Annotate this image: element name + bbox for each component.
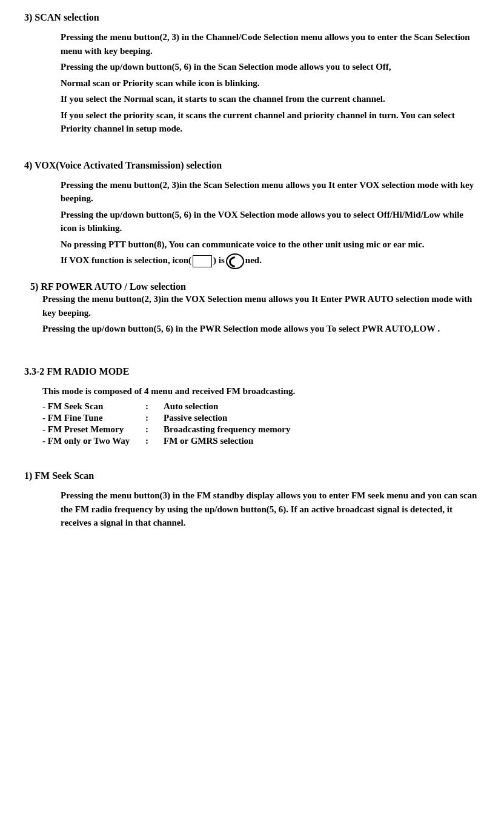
fm-intro: This mode is composed of 4 menu and rece…: [42, 384, 480, 398]
rf-para-2: Pressing the up/down button(5, 6) in the…: [42, 322, 480, 336]
fm-item2-label: - FM Fine Tune: [42, 413, 139, 423]
scan-para-3: Normal scan or Priority scan while icon …: [61, 76, 480, 90]
scan-para-1: Pressing the menu button(2, 3) in the Ch…: [61, 30, 480, 58]
scan-para-4: If you select the Normal scan, it starts…: [61, 92, 480, 106]
scan-body: Pressing the menu button(2, 3) in the Ch…: [61, 30, 480, 136]
fm-item1-value: Auto selection: [164, 401, 218, 412]
fm-item1-label: - FM Seek Scan: [42, 401, 139, 412]
fm-list-item-3: - FM Preset Memory : Broadcasting freque…: [42, 424, 480, 435]
rf-para-1: Pressing the menu button(2, 3)in the VOX…: [42, 292, 480, 320]
fm-seek-para-1: Pressing the menu button(3) in the FM st…: [61, 489, 480, 530]
fm-list-item-2: - FM Fine Tune : Passive selection: [42, 413, 480, 423]
fm-item4-label: - FM only or Two Way: [42, 436, 139, 446]
fm-item1-colon: :: [145, 401, 158, 412]
section-scan: 3) SCAN selection Pressing the menu butt…: [24, 12, 480, 136]
fm-item3-value: Broadcasting frequency memory: [164, 424, 290, 435]
rf-heading-container: 5) RF POWER AUTO / Low selection: [30, 281, 480, 292]
section-fm-radio: 3.3-2 FM RADIO MODE This mode is compose…: [24, 366, 480, 447]
fm-seek-heading: 1) FM Seek Scan: [24, 470, 480, 481]
vox-para-3: No pressing PTT button(8), You can commu…: [61, 238, 480, 252]
fm-item3-colon: :: [145, 424, 158, 435]
scan-heading: 3) SCAN selection: [24, 12, 480, 23]
section-fm-seek-scan: 1) FM Seek Scan Pressing the menu button…: [24, 470, 480, 530]
rf-body: Pressing the menu button(2, 3)in the VOX…: [42, 292, 480, 336]
section-vox: 4) VOX(Voice Activated Transmission) sel…: [24, 160, 480, 270]
vox-para-2: Pressing the up/down button(5, 6) in the…: [61, 208, 480, 235]
rf-heading: 5) RF POWER AUTO / Low selection: [30, 281, 186, 292]
scan-para-2: Pressing the up/down button(5, 6) in the…: [61, 60, 480, 74]
vox-para-4: If VOX function is selection, icon() is …: [61, 253, 480, 269]
fm-item4-colon: :: [145, 436, 158, 446]
fm-item3-label: - FM Preset Memory: [42, 424, 139, 435]
vox-heading: 4) VOX(Voice Activated Transmission) sel…: [24, 160, 480, 171]
vox-para-1: Pressing the menu button(2, 3)in the Sca…: [61, 178, 480, 206]
fm-body: This mode is composed of 4 menu and rece…: [42, 384, 480, 447]
fm-item4-value: FM or GMRS selection: [164, 436, 253, 446]
section-rf-power: 5) RF POWER AUTO / Low selection Pressin…: [24, 281, 480, 336]
vox-body: Pressing the menu button(2, 3)in the Sca…: [61, 178, 480, 270]
scan-para-5: If you select the priority scan, it scan…: [61, 109, 480, 136]
fm-seek-body: Pressing the menu button(3) in the FM st…: [61, 489, 480, 530]
fm-heading: 3.3-2 FM RADIO MODE: [24, 366, 480, 377]
fm-list-item-1: - FM Seek Scan : Auto selection: [42, 401, 480, 412]
fm-item2-colon: :: [145, 413, 158, 423]
page-content: 3) SCAN selection Pressing the menu butt…: [24, 12, 480, 530]
fm-list: - FM Seek Scan : Auto selection - FM Fin…: [42, 401, 480, 446]
fm-list-item-4: - FM only or Two Way : FM or GMRS select…: [42, 436, 480, 446]
fm-item2-value: Passive selection: [164, 413, 227, 423]
